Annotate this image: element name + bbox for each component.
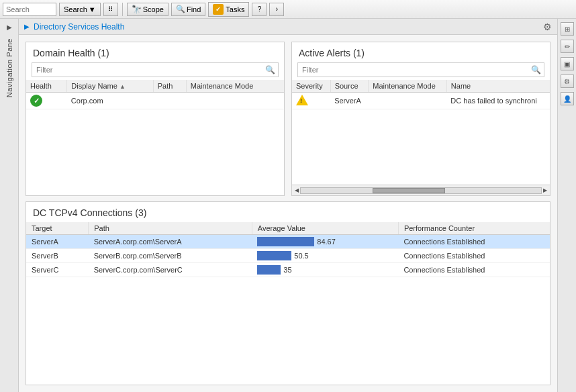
tasks-label: Tasks: [226, 5, 244, 13]
breadcrumb-text: Directory Services Health: [34, 22, 124, 32]
find-label: Find: [187, 5, 201, 13]
col-path[interactable]: Path: [153, 80, 186, 93]
dc-col-perf-counter[interactable]: Performance Counter: [398, 222, 550, 235]
sidebar-label: Navigation Pane: [5, 38, 13, 97]
tasks-icon: ✓: [213, 4, 224, 15]
search-box[interactable]: [3, 3, 56, 16]
dc-connections-section: DC TCPv4 Connections (3) Target Path Ave…: [26, 201, 550, 385]
dc-path-cell: ServerB.corp.com\ServerB: [89, 249, 252, 263]
alerts-filter-input[interactable]: [298, 66, 528, 74]
source-cell: ServerA: [330, 93, 369, 109]
dc-perf-cell: Connections Established: [398, 249, 550, 263]
find-button[interactable]: 🔍 Find: [171, 3, 205, 16]
right-sidebar: ⊞ ✏ ▣ ⚙ 👤: [557, 19, 576, 392]
table-row[interactable]: ServerBServerB.corp.com\ServerB50.5Conne…: [26, 249, 550, 263]
left-sidebar: ▶ Navigation Pane: [0, 19, 19, 392]
maintenance-cell: [186, 93, 284, 109]
breadcrumb-arrow: ▶: [24, 23, 30, 30]
sidebar-collapse-arrow[interactable]: ▶: [5, 21, 14, 33]
toolbar: Search ▼ ⠿ 🔭 Scope 🔍 Find ✓ Tasks ? ›: [0, 0, 576, 19]
dc-target-cell: ServerA: [26, 235, 89, 249]
col-maint-mode[interactable]: Maintenance Mode: [369, 80, 447, 93]
alerts-table-container: Severity Source Maintenance Mode Name: [292, 80, 550, 185]
dc-path-cell: ServerA.corp.com\ServerA: [89, 235, 252, 249]
alerts-filter-bar[interactable]: 🔍: [297, 62, 544, 77]
avg-value-text: 84.67: [317, 238, 336, 246]
alert-maint-cell: [369, 93, 447, 109]
search-button[interactable]: Search ▼: [59, 3, 101, 16]
main-layout: ▶ Navigation Pane ▶ Directory Services H…: [0, 19, 576, 392]
grid-icon[interactable]: ⊞: [561, 22, 574, 36]
bar-fill: [257, 237, 314, 246]
alerts-filter-search-icon[interactable]: 🔍: [528, 65, 544, 75]
search-label: Search: [64, 5, 87, 13]
col-severity[interactable]: Severity: [292, 80, 330, 93]
dc-connections-title: DC TCPv4 Connections (3): [26, 202, 550, 222]
display-name-cell: Corp.com: [67, 93, 153, 109]
tasks-button[interactable]: ✓ Tasks: [208, 2, 249, 17]
dc-avg-cell: 84.67: [252, 235, 398, 249]
col-display-name[interactable]: Display Name ▲: [67, 80, 153, 93]
warning-triangle-icon: [296, 95, 308, 105]
breadcrumb-bar: ▶ Directory Services Health ⚙: [19, 19, 557, 35]
health-cell: [26, 93, 67, 109]
domain-table: Health Display Name ▲ Path Maintenance M…: [26, 80, 284, 109]
edit-icon[interactable]: ✏: [561, 40, 574, 53]
alert-name-cell: DC has failed to synchroni: [446, 93, 550, 109]
avg-value-bar: 84.67: [257, 237, 393, 246]
dc-path-cell: ServerC.corp.com\ServerC: [89, 263, 252, 277]
avg-value-text: 50.5: [294, 252, 308, 260]
domain-health-title: Domain Health (1): [26, 42, 284, 62]
domain-filter-input[interactable]: [32, 66, 262, 74]
bar-fill: [257, 251, 291, 260]
alerts-scrollbar-area: ◀ ▶: [292, 185, 550, 195]
separator-dots-btn[interactable]: ⠿: [103, 3, 118, 16]
col-maintenance-mode[interactable]: Maintenance Mode: [186, 80, 284, 93]
severity-cell: [292, 93, 330, 109]
settings-icon[interactable]: ⚙: [561, 75, 574, 88]
help-button[interactable]: ?: [252, 3, 267, 16]
active-alerts-panel: Active Alerts (1) 🔍 Severity Source Main…: [291, 42, 550, 196]
avg-value-bar: 50.5: [257, 251, 393, 260]
alerts-table: Severity Source Maintenance Mode Name: [292, 80, 550, 109]
dc-avg-cell: 35: [252, 263, 398, 277]
scrollbar-thumb[interactable]: [373, 188, 444, 193]
table-row[interactable]: ServerCServerC.corp.com\ServerC35Connect…: [26, 263, 550, 277]
scope-button[interactable]: 🔭 Scope: [127, 3, 169, 16]
dc-target-cell: ServerC: [26, 263, 89, 277]
toolbar-separator: [122, 3, 123, 16]
col-source[interactable]: Source: [330, 80, 369, 93]
dc-table-container: Target Path Average Value Performance Co…: [26, 222, 550, 385]
gear-icon[interactable]: ⚙: [543, 21, 552, 32]
col-health[interactable]: Health: [26, 80, 67, 93]
monitor-icon[interactable]: ▣: [561, 57, 574, 70]
dc-target-cell: ServerB: [26, 249, 89, 263]
domain-filter-bar[interactable]: 🔍: [32, 62, 279, 77]
avg-value-bar: 35: [257, 265, 393, 275]
scroll-right-icon[interactable]: ▶: [542, 187, 548, 193]
col-name[interactable]: Name: [446, 80, 550, 93]
path-cell: [153, 93, 186, 109]
health-ok-icon: [30, 95, 42, 107]
panels-row: Domain Health (1) 🔍 Health Display Name …: [19, 35, 557, 196]
dc-avg-cell: 50.5: [252, 249, 398, 263]
table-row[interactable]: Corp.com: [26, 93, 284, 109]
dc-col-path[interactable]: Path: [89, 222, 252, 235]
domain-filter-search-icon[interactable]: 🔍: [262, 65, 278, 75]
domain-table-container: Health Display Name ▲ Path Maintenance M…: [26, 80, 284, 195]
horizontal-scrollbar[interactable]: [300, 187, 542, 194]
scope-label: Scope: [143, 5, 164, 13]
dc-col-target[interactable]: Target: [26, 222, 89, 235]
dc-perf-cell: Connections Established: [398, 235, 550, 249]
user-icon[interactable]: 👤: [561, 92, 574, 105]
search-dropdown-icon: ▼: [89, 5, 96, 13]
table-row[interactable]: ServerA DC has failed to synchroni: [292, 93, 550, 109]
search-input[interactable]: [6, 5, 53, 13]
table-row[interactable]: ServerAServerA.corp.com\ServerA84.67Conn…: [26, 235, 550, 249]
dc-connections-table: Target Path Average Value Performance Co…: [26, 222, 550, 277]
dc-perf-cell: Connections Established: [398, 263, 550, 277]
active-alerts-title: Active Alerts (1): [292, 42, 550, 62]
scroll-left-icon[interactable]: ◀: [293, 187, 300, 193]
dc-col-avg-value[interactable]: Average Value: [252, 222, 398, 235]
more-button[interactable]: ›: [269, 3, 284, 16]
